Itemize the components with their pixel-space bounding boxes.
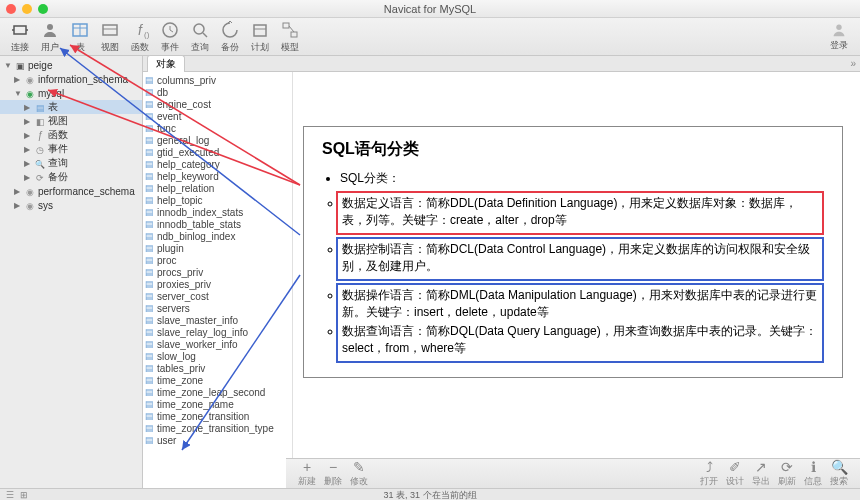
table-row[interactable]: help_relation xyxy=(145,182,290,194)
tree-item[interactable]: ▶查询 xyxy=(0,156,142,170)
tree-item[interactable]: ▶视图 xyxy=(0,114,142,128)
tree-item[interactable]: ▶函数 xyxy=(0,128,142,142)
view-list-icon[interactable]: ☰ xyxy=(6,489,14,500)
table-row[interactable]: func xyxy=(145,122,290,134)
table-row[interactable]: proc xyxy=(145,254,290,266)
svg-rect-14 xyxy=(291,32,297,37)
svg-point-9 xyxy=(194,24,204,34)
toolbar-connection[interactable]: 连接 xyxy=(6,20,34,54)
table-row[interactable]: user xyxy=(145,434,290,446)
footer-搜索[interactable]: 🔍搜索 xyxy=(826,459,852,488)
footer-设计[interactable]: ✐设计 xyxy=(722,459,748,488)
table-row[interactable]: plugin xyxy=(145,242,290,254)
tree-item[interactable]: ▶事件 xyxy=(0,142,142,156)
table-row[interactable]: slave_worker_info xyxy=(145,338,290,350)
footer-打开[interactable]: ⤴打开 xyxy=(696,459,722,488)
view-grid-icon[interactable]: ⊞ xyxy=(20,489,28,500)
toolbar-view[interactable]: 视图 xyxy=(96,20,124,54)
ddl-box: 数据定义语言：简称DDL(Data Definition Language)，用… xyxy=(336,191,824,235)
tree-item[interactable]: ▶performance_schema xyxy=(0,184,142,198)
svg-point-0 xyxy=(47,24,53,30)
table-row[interactable]: servers xyxy=(145,302,290,314)
svg-point-16 xyxy=(836,25,841,30)
table-row[interactable]: innodb_table_stats xyxy=(145,218,290,230)
toolbar: 连接用户表视图f()函数事件查询备份计划模型登录 xyxy=(0,18,860,56)
table-row[interactable]: slave_relay_log_info xyxy=(145,326,290,338)
toolbar-query[interactable]: 查询 xyxy=(186,20,214,54)
table-row[interactable]: proxies_priv xyxy=(145,278,290,290)
overlay-root: SQL分类： xyxy=(340,170,824,187)
content-area: 对象 » columns_privdbengine_costeventfuncg… xyxy=(143,56,860,488)
tree-item[interactable]: ▶sys xyxy=(0,198,142,212)
status-text: 31 表, 31 个在当前的组 xyxy=(383,490,476,500)
footer-新建[interactable]: +新建 xyxy=(294,459,320,488)
tree-item[interactable]: ▶备份 xyxy=(0,170,142,184)
table-row[interactable]: help_topic xyxy=(145,194,290,206)
footer-信息[interactable]: ℹ信息 xyxy=(800,459,826,488)
tree-item[interactable]: ▶information_schema xyxy=(0,72,142,86)
table-row[interactable]: columns_priv xyxy=(145,74,290,86)
table-row[interactable]: db xyxy=(145,86,290,98)
toolbar-schedule[interactable]: 计划 xyxy=(246,20,274,54)
overlay-panel: SQL语句分类 SQL分类： 数据定义语言：简称DDL(Data Definit… xyxy=(303,126,843,378)
tree-item[interactable]: ▼mysql xyxy=(0,86,142,100)
overlay-title: SQL语句分类 xyxy=(322,139,824,160)
table-row[interactable]: time_zone_transition_type xyxy=(145,422,290,434)
table-row[interactable]: procs_priv xyxy=(145,266,290,278)
table-row[interactable]: tables_priv xyxy=(145,362,290,374)
sidebar: ▼peige▶information_schema▼mysql▶表▶视图▶函数▶… xyxy=(0,56,143,488)
table-row[interactable]: server_cost xyxy=(145,290,290,302)
table-row[interactable]: time_zone_transition xyxy=(145,410,290,422)
table-row[interactable]: slow_log xyxy=(145,350,290,362)
table-row[interactable]: innodb_index_stats xyxy=(145,206,290,218)
table-row[interactable]: help_category xyxy=(145,158,290,170)
titlebar: Navicat for MySQL xyxy=(0,0,860,18)
svg-line-15 xyxy=(289,26,294,32)
footer-toolbar: +新建−删除✎修改⤴打开✐设计↗导出⟳刷新ℹ信息🔍搜索 xyxy=(286,458,860,488)
tree-item[interactable]: ▼peige xyxy=(0,58,142,72)
dcl-box: 数据控制语言：简称DCL(Data Control Language)，用来定义… xyxy=(336,237,824,281)
svg-line-10 xyxy=(203,33,207,37)
table-row[interactable]: slave_master_info xyxy=(145,314,290,326)
toolbar-function[interactable]: f()函数 xyxy=(126,20,154,54)
table-row[interactable]: time_zone_leap_second xyxy=(145,386,290,398)
tabbar: 对象 » xyxy=(143,56,860,72)
table-row[interactable]: time_zone xyxy=(145,374,290,386)
svg-text:(): () xyxy=(144,30,150,39)
svg-rect-13 xyxy=(283,23,289,28)
svg-rect-4 xyxy=(103,25,117,35)
table-row[interactable]: engine_cost xyxy=(145,98,290,110)
toolbar-user[interactable]: 用户 xyxy=(36,20,64,54)
tree-item[interactable]: ▶表 xyxy=(0,100,142,114)
table-row[interactable]: event xyxy=(145,110,290,122)
footer-刷新[interactable]: ⟳刷新 xyxy=(774,459,800,488)
toolbar-backup[interactable]: 备份 xyxy=(216,20,244,54)
footer-修改[interactable]: ✎修改 xyxy=(346,459,372,488)
tabbar-expand-icon[interactable]: » xyxy=(850,58,856,69)
svg-rect-11 xyxy=(254,25,266,36)
table-row[interactable]: gtid_executed xyxy=(145,146,290,158)
table-list[interactable]: columns_privdbengine_costeventfuncgenera… xyxy=(143,72,293,488)
footer-导出[interactable]: ↗导出 xyxy=(748,459,774,488)
window-title: Navicat for MySQL xyxy=(0,3,860,15)
login-button[interactable]: 登录 xyxy=(824,21,854,52)
table-row[interactable]: time_zone_name xyxy=(145,398,290,410)
table-row[interactable]: general_log xyxy=(145,134,290,146)
table-row[interactable]: help_keyword xyxy=(145,170,290,182)
tab-objects[interactable]: 对象 xyxy=(147,55,185,72)
table-row[interactable]: ndb_binlog_index xyxy=(145,230,290,242)
toolbar-table[interactable]: 表 xyxy=(66,20,94,54)
footer-删除[interactable]: −删除 xyxy=(320,459,346,488)
toolbar-event[interactable]: 事件 xyxy=(156,20,184,54)
toolbar-model[interactable]: 模型 xyxy=(276,20,304,54)
dml-dql-box: 数据操作语言：简称DML(Data Manipulation Language)… xyxy=(336,283,824,363)
status-bar: ☰ ⊞ 31 表, 31 个在当前的组 xyxy=(0,488,860,500)
